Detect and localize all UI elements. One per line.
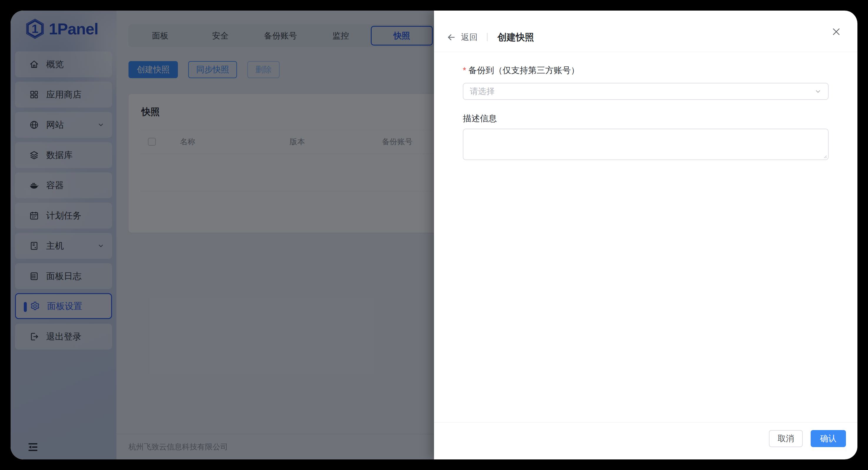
back-button[interactable]: 返回: [447, 31, 477, 43]
drawer-header: 返回 创建快照: [434, 10, 858, 52]
confirm-button[interactable]: 确认: [811, 430, 846, 447]
back-label: 返回: [461, 32, 477, 43]
backup-account-select[interactable]: 请选择: [463, 83, 829, 100]
chevron-down-icon: [814, 88, 822, 95]
select-placeholder: 请选择: [470, 86, 495, 97]
backup-to-label: *备份到（仅支持第三方账号）: [463, 65, 579, 76]
back-arrow-icon: [447, 33, 456, 42]
close-icon[interactable]: [831, 27, 841, 37]
description-textarea-wrap: [463, 129, 829, 160]
cancel-button[interactable]: 取消: [769, 430, 803, 447]
header-separator: [487, 33, 488, 41]
required-mark: *: [463, 66, 466, 75]
app-window: 1 1Panel 概览 应用商店 网站 数据库 容器 计划任务: [10, 10, 858, 460]
create-snapshot-drawer: 返回 创建快照 *备份到（仅支持第三方账号） 请选择 描述信息 取消 确认: [434, 10, 858, 460]
drawer-title: 创建快照: [497, 31, 534, 43]
description-label: 描述信息: [463, 113, 497, 125]
description-textarea[interactable]: [463, 129, 828, 160]
drawer-footer-divider: [434, 423, 858, 423]
resize-handle[interactable]: [823, 154, 827, 159]
